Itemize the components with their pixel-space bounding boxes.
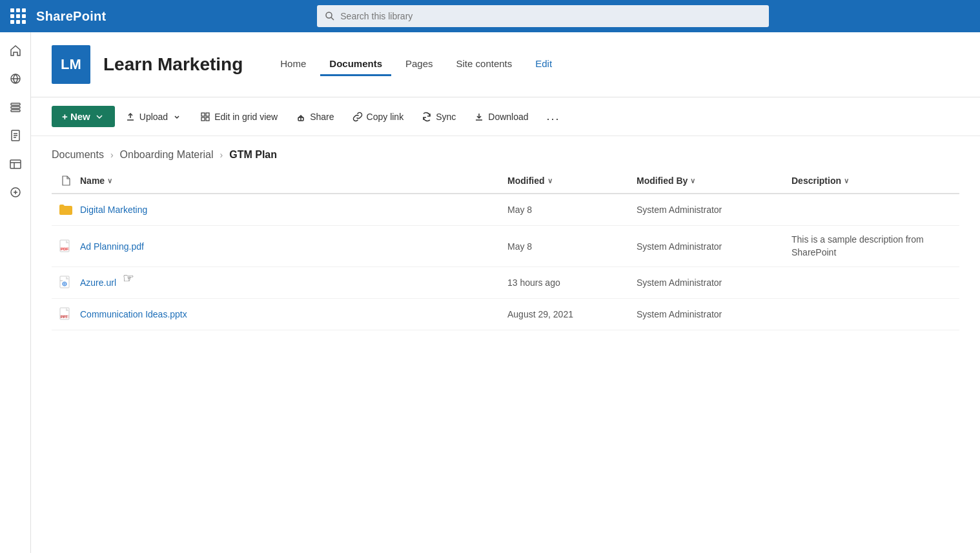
search-input[interactable] (340, 11, 761, 21)
col-header-modified-by[interactable]: Modified By ∨ (637, 176, 791, 186)
site-nav: Home Documents Pages Site contents Edit (271, 53, 561, 76)
upload-chevron-icon (172, 112, 182, 122)
site-header: LM Learn Marketing Home Documents Pages … (31, 32, 980, 97)
col-modified-by: System Administrator (637, 309, 791, 319)
svg-rect-3 (11, 103, 20, 105)
share-button[interactable]: Share (288, 107, 342, 126)
list-header: Name ∨ Modified ∨ Modified By ∨ Descript… (52, 168, 959, 194)
modified-sort-icon: ∨ (547, 177, 553, 185)
svg-rect-4 (11, 106, 20, 108)
svg-rect-20 (201, 117, 205, 121)
cursor-pointer-icon: ☞ (123, 270, 134, 286)
content-area: LM Learn Marketing Home Documents Pages … (31, 32, 980, 553)
share-icon (296, 112, 306, 122)
sidebar-item-page[interactable] (3, 123, 28, 148)
app-launcher-icon[interactable] (10, 8, 26, 24)
svg-rect-10 (10, 160, 21, 168)
pptx-icon: PPT (58, 307, 74, 322)
grid-edit-icon (200, 112, 210, 122)
table-row[interactable]: Digital Marketing May 8 System Administr… (52, 194, 959, 226)
breadcrumb-item-gtm: GTM Plan (229, 149, 277, 161)
download-button[interactable]: Download (466, 107, 536, 126)
sidebar-item-home[interactable] (3, 37, 28, 63)
table-row[interactable]: PDF Ad Planning.pdf May 8 System Adminis… (52, 226, 959, 267)
file-name[interactable]: Digital Marketing (80, 205, 507, 215)
sync-icon (422, 112, 432, 122)
nav-item-pages[interactable]: Pages (396, 53, 442, 76)
table-row[interactable]: PPT Communication Ideas.pptx August 29, … (52, 299, 959, 330)
upload-icon (125, 112, 136, 122)
svg-line-1 (331, 17, 334, 20)
col-modified-by: System Administrator (637, 241, 791, 252)
sidebar-item-add[interactable] (3, 179, 28, 205)
table-row[interactable]: Azure.url ☞ 13 hours ago System Administ… (52, 267, 959, 299)
svg-text:PPT: PPT (61, 315, 68, 319)
col-description: This is a sample description from ShareP… (791, 234, 959, 259)
edit-grid-button[interactable]: Edit in grid view (192, 107, 285, 126)
breadcrumb-item-documents[interactable]: Documents (52, 149, 104, 161)
breadcrumb-sep-1: › (110, 150, 114, 160)
breadcrumb-item-onboarding[interactable]: Onboarding Material (120, 149, 214, 161)
url-icon (58, 275, 74, 290)
nav-item-documents[interactable]: Documents (320, 53, 391, 76)
new-button[interactable]: + New (52, 106, 115, 127)
download-icon (474, 112, 484, 122)
file-name[interactable]: Ad Planning.pdf (80, 241, 507, 252)
nav-item-site-contents[interactable]: Site contents (447, 53, 522, 76)
search-icon (325, 11, 335, 21)
sidebar-item-list[interactable] (3, 94, 28, 120)
more-button[interactable]: ... (539, 105, 568, 128)
sidebar (0, 32, 31, 553)
copy-link-icon (352, 112, 363, 122)
svg-rect-19 (206, 113, 209, 116)
breadcrumb: Documents › Onboarding Material › GTM Pl… (31, 136, 980, 168)
file-list: Name ∨ Modified ∨ Modified By ∨ Descript… (31, 168, 980, 330)
pdf-icon: PDF (58, 239, 74, 254)
svg-rect-18 (201, 113, 205, 116)
file-name[interactable]: Communication Ideas.pptx (80, 309, 507, 319)
sidebar-item-globe[interactable] (3, 66, 28, 92)
upload-button[interactable]: Upload (117, 107, 190, 126)
chevron-down-icon (94, 112, 105, 122)
command-bar: + New Upload Edit in gr (31, 97, 980, 136)
col-modified-by: System Administrator (637, 277, 791, 288)
col-header-modified[interactable]: Modified ∨ (507, 176, 637, 186)
nav-item-edit[interactable]: Edit (526, 53, 561, 76)
svg-rect-5 (11, 110, 20, 112)
site-title: Learn Marketing (103, 54, 243, 75)
modified-by-sort-icon: ∨ (690, 177, 695, 185)
topbar: SharePoint (0, 0, 980, 32)
sync-button[interactable]: Sync (414, 107, 464, 126)
col-modified: 13 hours ago (507, 277, 637, 288)
col-modified: May 8 (507, 205, 637, 215)
col-header-name[interactable]: Name ∨ (80, 176, 507, 186)
copy-link-button[interactable]: Copy link (345, 107, 412, 126)
svg-point-0 (326, 12, 332, 18)
col-header-description[interactable]: Description ∨ (791, 176, 959, 186)
col-modified: August 29, 2021 (507, 309, 637, 319)
sharepoint-logo: SharePoint (36, 9, 107, 24)
site-logo: LM (52, 45, 90, 84)
breadcrumb-sep-2: › (220, 150, 223, 160)
file-name[interactable]: Azure.url (80, 277, 116, 288)
svg-rect-28 (60, 247, 69, 250)
col-modified: May 8 (507, 241, 637, 252)
col-modified-by: System Administrator (637, 205, 791, 215)
svg-rect-21 (206, 117, 209, 121)
description-sort-icon: ∨ (844, 177, 849, 185)
sidebar-item-table[interactable] (3, 151, 28, 177)
search-box-container (317, 5, 769, 27)
nav-item-home[interactable]: Home (271, 53, 315, 76)
folder-icon (58, 202, 74, 217)
file-type-icon (60, 175, 72, 186)
name-sort-icon: ∨ (107, 177, 112, 185)
